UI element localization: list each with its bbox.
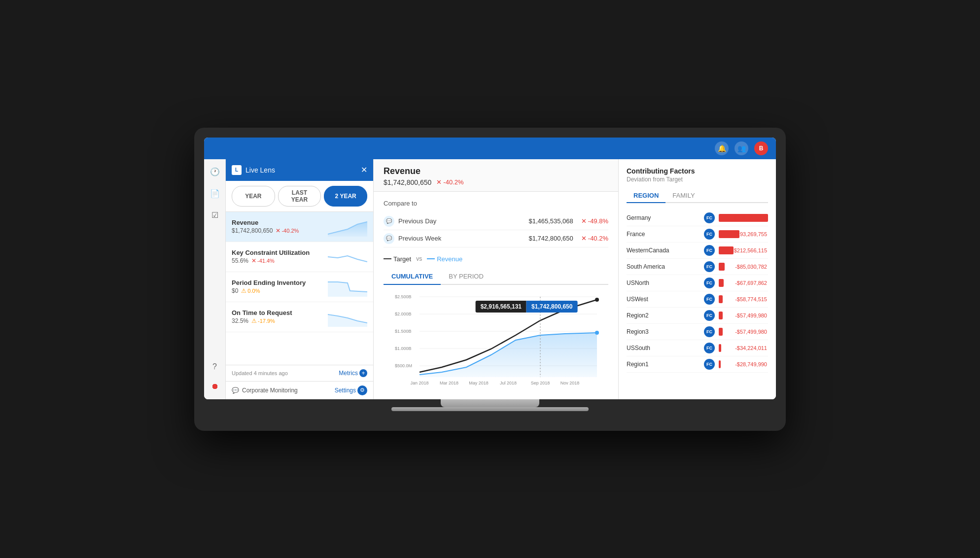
metric-amount-ontime: 32.5%: [232, 317, 248, 324]
metric-value-constraint: 55.6% ✕ -41.4%: [232, 257, 328, 264]
factor-icon-ussouth[interactable]: FC: [704, 343, 715, 353]
factor-name-region2: Region2: [627, 312, 700, 319]
tab-region[interactable]: REGION: [627, 189, 665, 203]
sidebar-footer: Updated 4 minutes ago Metrics +: [226, 365, 373, 381]
tab-by-period[interactable]: BY PERIOD: [441, 269, 491, 285]
corp-monitoring: 💬 Corporate Monitoring: [232, 387, 298, 394]
sparkline-svg-ontime: [328, 307, 367, 327]
factor-icon-uswest[interactable]: FC: [704, 294, 715, 305]
year-button[interactable]: YEAR: [232, 186, 275, 207]
factor-row-france: France FC -$293,269,755: [627, 226, 768, 243]
nav-doc-icon[interactable]: 📄: [208, 187, 222, 201]
factor-name-usnorth: USNorth: [627, 279, 700, 286]
factor-icon-france[interactable]: FC: [704, 229, 715, 240]
revenue-amount: $1,742,800,650: [384, 178, 431, 186]
sidebar-title-text: Live Lens: [245, 166, 275, 174]
metric-name-inventory: Period Ending Inventory: [232, 279, 328, 286]
x-icon-constraint: ✕: [251, 257, 256, 264]
factor-icon-region1[interactable]: FC: [704, 359, 715, 370]
svg-text:Jul 2018: Jul 2018: [500, 381, 517, 385]
target-line-icon: [384, 258, 391, 259]
sidebar-footer-bottom: 💬 Corporate Monitoring Settings ⚙: [226, 381, 373, 399]
factor-bar-fill-westerncanada: [719, 246, 734, 254]
sparkline-svg-constraint: [328, 247, 367, 267]
last-year-button[interactable]: LAST YEAR: [278, 186, 321, 207]
time-filter: YEAR LAST YEAR 2 YEAR: [226, 181, 373, 212]
factor-value-germany: -$709,561,738: [732, 215, 768, 221]
region-tabs: REGION FAMILY: [627, 189, 768, 203]
target-label: Target: [384, 255, 411, 263]
left-nav-bottom: ? ⏺: [208, 360, 222, 393]
factor-icon-usnorth[interactable]: FC: [704, 278, 715, 288]
metric-card-inventory[interactable]: Period Ending Inventory $0 ⚠ 0.0%: [226, 272, 373, 302]
factor-row-westerncanada: WesternCanada FC -$212,566,115: [627, 243, 768, 259]
factor-icon-germany[interactable]: FC: [704, 212, 715, 223]
main-layout: 🕐 📄 ☑ ? ⏺ L Live Lens ✕: [204, 159, 776, 399]
svg-point-11: [595, 331, 599, 335]
tab-cumulative[interactable]: CUMULATIVE: [384, 269, 441, 285]
top-bar: 🔔 👥 B: [204, 138, 776, 159]
factor-row-usnorth: USNorth FC -$67,697,862: [627, 275, 768, 291]
svg-text:Mar 2018: Mar 2018: [440, 381, 458, 385]
sparkline-revenue: [328, 217, 367, 237]
factor-bar-westerncanada: -$212,566,115: [719, 245, 768, 255]
right-panel: Contributing Factors Deviation from Targ…: [618, 159, 776, 399]
factor-bar-region3: -$57,499,980: [719, 327, 768, 337]
settings-link[interactable]: Settings ⚙: [335, 385, 367, 395]
factor-row-uswest: USWest FC -$58,774,515: [627, 291, 768, 308]
factor-icon-southamerica[interactable]: FC: [704, 261, 715, 272]
metric-cards: Revenue $1,742,800,650 ✕ -40.2%: [226, 212, 373, 365]
metric-value-revenue: $1,742,800,650 ✕ -40.2%: [232, 227, 328, 234]
chart-tabs: CUMULATIVE BY PERIOD: [384, 269, 608, 285]
tab-family[interactable]: FAMILY: [665, 189, 701, 203]
x-icon-prev-week: ✕: [581, 235, 587, 242]
avatar[interactable]: B: [754, 141, 768, 155]
nav-clock-icon[interactable]: 🕐: [208, 165, 222, 179]
sidebar-header: L Live Lens ✕: [226, 159, 373, 181]
two-year-button[interactable]: 2 YEAR: [324, 186, 367, 207]
factor-bar-fill-region3: [719, 328, 723, 336]
sidebar-close-button[interactable]: ✕: [361, 165, 367, 174]
compare-pct-prev-day: ✕ -49.8%: [581, 217, 608, 225]
compare-values-prev-week: $1,742,800,650 ✕ -40.2%: [528, 235, 608, 242]
svg-text:Sep 2018: Sep 2018: [531, 381, 550, 385]
factor-name-region3: Region3: [627, 328, 700, 335]
metric-name-constraint: Key Constraint Utilization: [232, 249, 328, 256]
notification-icon[interactable]: 🔔: [715, 141, 729, 155]
metric-card-constraint[interactable]: Key Constraint Utilization 55.6% ✕ -41.4…: [226, 242, 373, 272]
factor-value-westerncanada: -$212,566,115: [732, 247, 768, 253]
warn-icon-ontime: ⚠: [251, 317, 257, 324]
tooltip-revenue-value: $1,742,800,650: [526, 301, 577, 313]
factor-bar-fill-region2: [719, 312, 723, 319]
factor-bar-fill-uswest: [719, 295, 723, 303]
factor-value-usnorth: -$67,697,862: [735, 280, 768, 286]
metrics-link[interactable]: Metrics +: [339, 369, 367, 377]
main-content: Revenue $1,742,800,650 ✕ -40.2% Compare …: [374, 159, 618, 399]
sidebar: L Live Lens ✕ YEAR LAST YEAR 2 YEAR: [226, 159, 374, 399]
factor-bar-usnorth: -$67,697,862: [719, 278, 768, 288]
metric-card-ontime[interactable]: On Time to Request 32.5% ⚠ -17.9%: [226, 302, 373, 332]
nav-help-icon[interactable]: ?: [208, 360, 222, 374]
x-icon-revenue: ✕: [276, 227, 280, 234]
compare-label-prev-week: 💬 Previous Week: [384, 233, 441, 244]
factor-icon-region2[interactable]: FC: [704, 310, 715, 321]
people-icon[interactable]: 👥: [735, 141, 748, 155]
nav-check-icon[interactable]: ☑: [208, 209, 222, 222]
nav-record-icon[interactable]: ⏺: [208, 380, 222, 393]
factor-icon-westerncanada[interactable]: FC: [704, 245, 715, 256]
laptop-base: [391, 407, 589, 411]
metric-card-revenue[interactable]: Revenue $1,742,800,650 ✕ -40.2%: [226, 212, 373, 242]
factor-value-region1: -$28,749,990: [735, 361, 768, 367]
sparkline-svg-revenue: [328, 217, 367, 237]
sparkline-svg-inventory: [328, 277, 367, 297]
metric-amount-inventory: $0: [232, 287, 238, 294]
contributing-factors-title: Contributing Factors: [627, 167, 768, 175]
factor-icon-region3[interactable]: FC: [704, 326, 715, 337]
factor-bar-region2: -$57,499,980: [719, 311, 768, 320]
svg-text:$1.000B: $1.000B: [395, 346, 412, 351]
factor-row-germany: Germany FC -$709,561,738: [627, 210, 768, 226]
chat-icon: 💬: [232, 387, 239, 394]
factor-rows: Germany FC -$709,561,738 France FC: [627, 210, 768, 373]
x-icon-prev-day: ✕: [581, 217, 587, 225]
metric-name-revenue: Revenue: [232, 219, 328, 226]
